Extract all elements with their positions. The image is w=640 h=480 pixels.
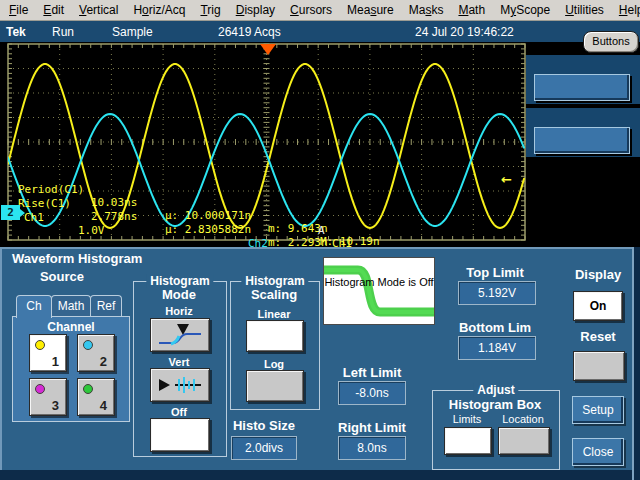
soft-button-2[interactable] [534, 127, 630, 154]
reset-button[interactable] [573, 351, 625, 381]
left-limit-value[interactable]: -8.0ns [338, 381, 406, 405]
soft-panel-1 [526, 55, 640, 104]
mode-subtitle: Mode [133, 287, 225, 302]
tab-ch[interactable]: Ch [16, 295, 52, 318]
histogram-status-box: Histogram Mode is Off [323, 257, 435, 325]
menu-item-measure[interactable]: Measure [347, 3, 394, 17]
display-on-button[interactable]: On [573, 291, 623, 321]
tek-logo: Tek [6, 25, 26, 39]
menu-item-horizacq[interactable]: Horiz/Acq [133, 3, 185, 17]
channel-4-button[interactable]: 4 [77, 378, 115, 416]
menu-item-help[interactable]: Help [619, 3, 640, 17]
ch2-position-marker[interactable]: 2 [1, 205, 20, 220]
left-limit-label: Left Limit [330, 365, 414, 380]
acquisition-count: 26419 Acqs [218, 25, 281, 39]
scaling-linear-button[interactable] [246, 320, 304, 352]
adjust-limits-button[interactable] [444, 427, 492, 455]
top-limit-label: Top Limit [450, 265, 540, 280]
menu-item-file[interactable]: File [9, 3, 28, 17]
run-state: Run [52, 25, 74, 39]
setup-button[interactable]: Setup [572, 396, 624, 424]
channel-4-led-icon [83, 384, 93, 394]
soft-button-1[interactable] [534, 74, 630, 101]
waveform-trace-ch1 [8, 64, 524, 228]
location-label: Location [496, 413, 550, 425]
bottom-limit-value[interactable]: 1.184V [458, 336, 536, 360]
tab-ref[interactable]: Ref [90, 295, 122, 318]
bottom-limit-label: Bottom Lim [450, 320, 540, 335]
histogram-box-subtitle: Histogram Box [432, 397, 558, 412]
channel-3-led-icon [35, 384, 45, 394]
channel-3-button[interactable]: 3 [29, 378, 67, 416]
mode-horiz-button[interactable] [150, 318, 210, 352]
histogram-mode-group-title: Histogram [146, 274, 213, 288]
histo-size-label: Histo Size [228, 418, 300, 433]
waveform-histogram-panel: Waveform Histogram Source Ch Math Ref Ch… [0, 247, 640, 480]
menu-item-edit[interactable]: Edit [43, 3, 64, 17]
histogram-vert-icon [151, 369, 209, 401]
datetime: 24 Jul 20 19:46:22 [415, 25, 514, 39]
adjust-group-title: Adjust [473, 383, 518, 397]
menu-item-vertical[interactable]: Vertical [79, 3, 118, 17]
close-button[interactable]: Close [572, 438, 624, 466]
display-label: Display [570, 267, 626, 282]
menu-item-masks[interactable]: Masks [409, 3, 444, 17]
menu-item-utilities[interactable]: Utilities [565, 3, 604, 17]
panel-right-edge [632, 247, 640, 480]
scaling-log-button[interactable] [246, 370, 304, 402]
meas1-value: 10.03ns [91, 196, 137, 209]
vert-label: Vert [133, 356, 225, 368]
menu-bar: FileEditVerticalHoriz/AcqTrigDisplayCurs… [0, 0, 640, 21]
channel-2-button[interactable]: 2 [77, 334, 115, 372]
oscilloscope-screen: FileEditVerticalHoriz/AcqTrigDisplayCurs… [0, 0, 640, 480]
horiz-label: Horiz [133, 305, 225, 317]
acquisition-mode: Sample [112, 25, 153, 39]
reset-label: Reset [570, 329, 626, 344]
waveform-edge-icon [324, 258, 434, 324]
meas2-mean: μ: 2.8305882n [165, 223, 251, 236]
channel-select-box: Channel 1 2 3 4 [12, 316, 130, 422]
menu-item-myscope[interactable]: MyScope [500, 3, 550, 17]
right-limit-value[interactable]: 8.0ns [338, 436, 406, 460]
histogram-scaling-group-title: Histogram [241, 274, 308, 288]
limits-label: Limits [442, 413, 492, 425]
channel-label: Channel [13, 320, 129, 334]
linear-label: Linear [230, 308, 318, 320]
log-label: Log [230, 358, 318, 370]
panel-title: Waveform Histogram [12, 251, 142, 266]
trigger-mode: A [318, 224, 325, 237]
menu-item-cursors[interactable]: Cursors [290, 3, 332, 17]
off-label: Off [133, 406, 225, 418]
channel-2-led-icon [83, 340, 93, 350]
ch1-readout-label: Ch1 [24, 211, 44, 224]
histo-size-value[interactable]: 2.0divs [231, 436, 297, 460]
menu-item-display[interactable]: Display [236, 3, 275, 17]
meas2-value: 2.778ns [91, 210, 137, 223]
meas1-mean: μ: 10.000171n [165, 209, 251, 222]
menu-item-math[interactable]: Math [458, 3, 485, 17]
source-label: Source [20, 269, 104, 284]
adjust-location-button[interactable] [498, 427, 550, 455]
histogram-status-text: Histogram Mode is Off [324, 276, 434, 289]
right-limit-label: Right Limit [330, 420, 414, 435]
channel-1-led-icon [35, 340, 45, 350]
histogram-horiz-icon [151, 319, 209, 351]
scaling-subtitle: Scaling [230, 287, 318, 302]
mode-off-button[interactable] [150, 418, 210, 452]
ch1-scale: 1.0V [78, 224, 105, 237]
buttons-button[interactable]: Buttons [583, 31, 639, 53]
status-bar: Tek Run Sample 26419 Acqs 24 Jul 20 19:4… [0, 21, 640, 42]
panel-bottom-edge [0, 470, 640, 480]
trigger-position-icon[interactable] [260, 44, 276, 55]
mode-vert-button[interactable] [150, 368, 210, 402]
menu-item-trig[interactable]: Trig [200, 3, 220, 17]
tab-math[interactable]: Math [51, 295, 91, 318]
top-limit-value[interactable]: 5.192V [458, 281, 536, 305]
channel-1-button[interactable]: 1 [29, 334, 67, 372]
trigger-level-arrow-icon: ← [501, 172, 512, 187]
soft-panel-2 [526, 108, 640, 157]
